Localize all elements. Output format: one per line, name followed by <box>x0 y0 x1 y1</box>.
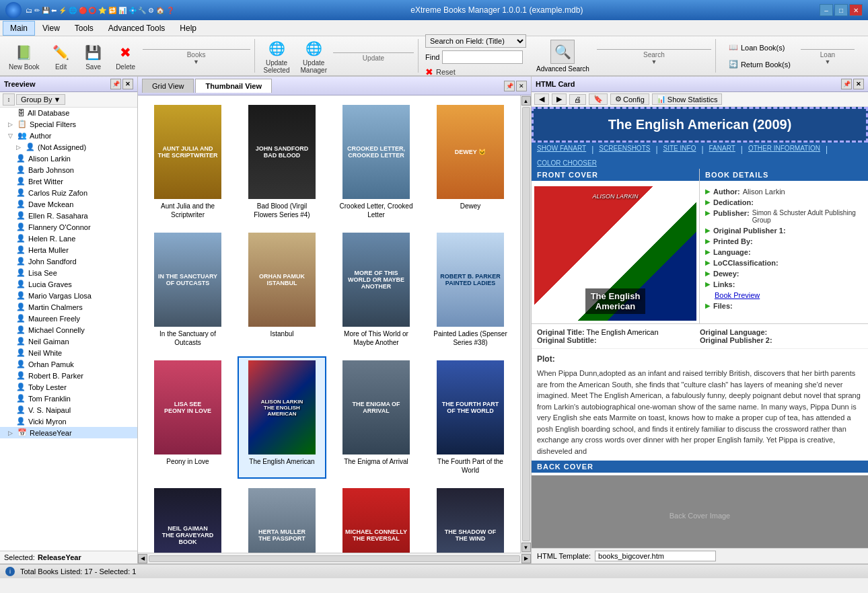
book-thumb-crooked[interactable]: CROOKED LETTER, CROOKED LETTER Crooked L… <box>332 101 421 223</box>
book-thumb-shadow[interactable]: THE SHADOW OF THE WIND The Shadow of the… <box>426 484 515 553</box>
user-icon: 👤 <box>16 234 26 243</box>
advanced-search-button[interactable]: 🔍 Advanced Search <box>530 36 595 76</box>
book-thumb-more-world[interactable]: MORE OF THIS WORLD OR MAYBE ANOTHER More… <box>332 229 421 351</box>
tab-grid-view[interactable]: Grid View <box>142 79 194 93</box>
tree-item-lucia-graves[interactable]: 👤 Lucia Graves <box>0 278 137 290</box>
treeview-pin-button[interactable]: 📌 <box>110 79 121 89</box>
tree-item-v-s-naipaul[interactable]: 👤 V. S. Naipaul <box>0 404 137 416</box>
scroll-left-button[interactable]: ◀ <box>138 554 147 563</box>
update-manager-button[interactable]: 🌐 UpdateManager <box>296 35 332 77</box>
search-input[interactable] <box>442 50 523 64</box>
book-thumb-istanbul[interactable]: ORHAN PAMUKISTANBUL Istanbul <box>238 229 326 351</box>
treeview-close-button[interactable]: ✕ <box>122 79 133 89</box>
book-thumb-graveyard[interactable]: NEIL GAIMANTHE GRAVEYARD BOOK The Gravey… <box>143 484 232 553</box>
window-controls[interactable]: – □ ✕ <box>820 4 863 16</box>
html-card-pin-button[interactable]: 📌 <box>841 79 852 89</box>
bookmark-button[interactable]: 🔖 <box>589 93 608 105</box>
tree-item-barb-johnson[interactable]: 👤 Barb Johnson <box>0 164 137 175</box>
book-thumb-dewey[interactable]: DEWEY 🐱 Dewey <box>426 101 515 223</box>
nav-link-site-info[interactable]: SITE INFO <box>663 145 696 154</box>
tree-item-bret-witter[interactable]: 👤 Bret Witter <box>0 175 137 187</box>
search-field-select[interactable]: Search on Field: (Title) <box>425 34 526 48</box>
config-button[interactable]: ⚙ Config <box>610 93 649 105</box>
group-by-button[interactable]: Group By ▼ <box>16 94 65 105</box>
tree-sort-button[interactable]: ↕ <box>3 93 15 106</box>
nav-link-other-information[interactable]: OTHER INFORMATION <box>748 145 820 154</box>
menu-tools[interactable]: Tools <box>67 21 101 36</box>
tree-item-herta-muller[interactable]: 👤 Herta Muller <box>0 244 137 255</box>
nav-link-color-chooser[interactable]: COLOR CHOOSER <box>537 159 597 167</box>
html-template-input[interactable] <box>595 551 716 561</box>
tree-item-carlos-ruiz-zafon[interactable]: 👤 Carlos Ruiz Zafon <box>0 187 137 198</box>
nav-link-show-fanart[interactable]: SHOW FANART <box>537 145 586 154</box>
tree-content[interactable]: 🗄 All Database ▷ 📋 Special Filters ▽ 👥 A… <box>0 108 137 551</box>
book-thumb-painted-ladies[interactable]: ROBERT B. PARKERPAINTED LADIES Painted L… <box>426 229 515 351</box>
reset-label[interactable]: Reset <box>436 68 456 76</box>
book-preview-link[interactable]: Book Preview <box>715 291 760 299</box>
vertical-scrollbar[interactable]: ▲ ▼ <box>520 95 531 553</box>
tree-item-john-sandford[interactable]: 👤 John Sandford <box>0 255 137 267</box>
tree-item-alison-larkin[interactable]: 👤 Alison Larkin <box>0 153 137 164</box>
tree-item-michael-connelly[interactable]: 👤 Michael Connelly <box>0 324 137 335</box>
scroll-up-button[interactable]: ▲ <box>521 96 531 106</box>
tree-item-dave-mckean[interactable]: 👤 Dave Mckean <box>0 198 137 210</box>
tree-item-author[interactable]: ▽ 👥 Author <box>0 130 137 141</box>
book-thumb-bad-blood[interactable]: JOHN SANDFORDBAD BLOOD Bad Blood (Virgil… <box>238 101 326 223</box>
scroll-right-button[interactable]: ▶ <box>521 554 531 563</box>
minimize-button[interactable]: – <box>820 4 833 16</box>
new-book-button[interactable]: 📗 New Book <box>4 39 44 73</box>
tree-item-toby-lester[interactable]: 👤 Toby Lester <box>0 381 137 393</box>
tree-item-release-year[interactable]: ▷ 📅 ReleaseYear <box>0 427 137 438</box>
book-thumb-english-american[interactable]: ALISON LARKINTHE ENGLISH AMERICAN The En… <box>238 356 326 479</box>
tree-item-flannery-oconnor[interactable]: 👤 Flannery O'Connor <box>0 221 137 233</box>
horizontal-scrollbar[interactable]: ◀ ▶ <box>138 553 531 563</box>
book-thumb-sanctuary[interactable]: IN THE SANCTUARY OF OUTCASTS In the Sanc… <box>143 229 232 351</box>
menu-advanced-tools[interactable]: Advanced Tools <box>101 21 173 36</box>
tree-item-mario-vargas-llosa[interactable]: 👤 Mario Vargas Llosa <box>0 290 137 301</box>
close-button[interactable]: ✕ <box>849 4 863 16</box>
scroll-h-thumb[interactable] <box>149 555 520 562</box>
menu-help[interactable]: Help <box>172 21 204 36</box>
tree-item-maureen-freely[interactable]: 👤 Maureen Freely <box>0 313 137 324</box>
return-book-button[interactable]: 🔄 Return Book(s) <box>723 57 797 71</box>
tree-item-ellen-r-sasahara[interactable]: 👤 Ellen R. Sasahara <box>0 210 137 221</box>
tree-item-neil-gaiman[interactable]: 👤 Neil Gaiman <box>0 335 137 347</box>
delete-button[interactable]: ✖ Delete <box>110 39 141 73</box>
book-thumb-aunt-julia[interactable]: AUNT JULIA AND THE SCRIPTWRITER Aunt Jul… <box>143 101 232 223</box>
tree-item-martin-chalmers[interactable]: 👤 Martin Chalmers <box>0 301 137 313</box>
loan-book-button[interactable]: 📖 Loan Book(s) <box>723 40 797 54</box>
menu-view[interactable]: View <box>35 21 67 36</box>
nav-back-button[interactable]: ◀ <box>534 93 549 105</box>
html-card-close-button[interactable]: ✕ <box>853 79 864 89</box>
book-thumb-passport[interactable]: HERTA MULLERTHE PASSPORT The Passport <box>238 484 326 553</box>
save-button[interactable]: 💾 Save <box>78 39 109 73</box>
show-statistics-button[interactable]: 📊 Show Statistics <box>652 93 723 105</box>
maximize-button[interactable]: □ <box>834 4 848 16</box>
tree-item-vicki-myron[interactable]: 👤 Vicki Myron <box>0 416 137 427</box>
scroll-down-button[interactable]: ▼ <box>521 543 531 552</box>
tree-item-all-database[interactable]: 🗄 All Database <box>0 108 137 118</box>
tab-thumbnail-view[interactable]: Thumbnail View <box>195 79 272 93</box>
book-thumb-enigma[interactable]: THE ENIGMA OF ARRIVAL The Enigma of Arri… <box>332 356 421 479</box>
scroll-thumb[interactable] <box>522 107 530 541</box>
book-thumb-reversal[interactable]: MICHAEL CONNELLYTHE REVERSAL The Reversa… <box>332 484 421 553</box>
books-panel-pin-button[interactable]: 📌 <box>504 81 515 91</box>
tree-item-neil-white[interactable]: 👤 Neil White <box>0 347 137 358</box>
tree-item-not-assigned[interactable]: ▷ 👤 (Not Assigned) <box>0 141 137 153</box>
book-thumb-fourth-part[interactable]: THE FOURTH PART OF THE WORLD The Fourth … <box>426 356 515 479</box>
edit-button[interactable]: ✏️ Edit <box>46 39 77 73</box>
nav-link-fanart[interactable]: FANART <box>709 145 735 154</box>
tree-item-tom-franklin[interactable]: 👤 Tom Franklin <box>0 393 137 404</box>
menu-main[interactable]: Main <box>3 21 35 36</box>
nav-link-screenshots[interactable]: SCREENSHOTS <box>599 145 650 154</box>
books-panel-close-button[interactable]: ✕ <box>516 81 527 91</box>
print-button[interactable]: 🖨 <box>569 94 586 105</box>
update-selected-button[interactable]: 🌐 UpdateSelected <box>259 35 295 77</box>
book-thumb-peony[interactable]: LISA SEEPEONY IN LOVE Peony in Love <box>143 356 232 479</box>
tree-item-helen-r-lane[interactable]: 👤 Helen R. Lane <box>0 233 137 244</box>
tree-item-special-filters[interactable]: ▷ 📋 Special Filters <box>0 118 137 130</box>
tree-item-robert-b-parker[interactable]: 👤 Robert B. Parker <box>0 370 137 381</box>
nav-forward-button[interactable]: ▶ <box>552 93 567 105</box>
tree-item-orhan-pamuk[interactable]: 👤 Orhan Pamuk <box>0 358 137 370</box>
tree-item-lisa-see[interactable]: 👤 Lisa See <box>0 267 137 278</box>
